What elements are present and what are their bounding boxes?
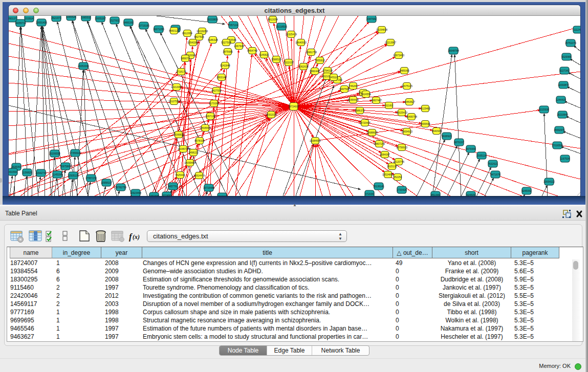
svg-text:14099488: 14099488	[184, 161, 195, 164]
svg-text:3215938: 3215938	[539, 108, 549, 111]
svg-text:1292346: 1292346	[149, 194, 159, 196]
svg-text:20053346: 20053346	[78, 64, 89, 68]
svg-text:10807487: 10807487	[371, 99, 382, 102]
svg-text:10958107: 10958107	[101, 181, 112, 184]
svg-text:20206556: 20206556	[49, 152, 60, 155]
svg-text:62160: 62160	[385, 104, 393, 107]
svg-text:30975867: 30975867	[60, 165, 71, 168]
svg-text:16914479: 16914479	[193, 174, 205, 177]
svg-text:9170061: 9170061	[209, 102, 219, 105]
svg-text:16671355: 16671355	[153, 28, 164, 31]
svg-text:9084067: 9084067	[380, 153, 390, 156]
svg-text:1156829: 1156829	[22, 171, 32, 174]
svg-text:16782759: 16782759	[115, 186, 126, 189]
svg-text:10107553: 10107553	[168, 100, 180, 103]
svg-text:12213367: 12213367	[171, 85, 182, 89]
svg-text:1588520: 1588520	[271, 58, 281, 61]
svg-text:15720407: 15720407	[359, 121, 371, 124]
svg-text:10973493: 10973493	[393, 54, 404, 57]
svg-text:12923468: 12923468	[130, 191, 141, 194]
svg-text:12942737: 12942737	[35, 171, 47, 174]
svg-text:18807249: 18807249	[374, 142, 385, 145]
svg-text:111240: 111240	[574, 28, 580, 31]
svg-text:8186328: 8186328	[208, 38, 218, 41]
svg-text:10756923: 10756923	[396, 146, 407, 149]
svg-text:15692971: 15692971	[554, 128, 565, 132]
svg-text:7632621: 7632621	[488, 162, 498, 165]
svg-text:9245052: 9245052	[521, 189, 532, 192]
svg-text:1065532: 1065532	[81, 16, 91, 19]
svg-text:(x): (x)	[133, 233, 140, 240]
svg-text:13524851: 13524851	[382, 173, 394, 176]
svg-text:9327508: 9327508	[221, 41, 231, 44]
svg-text:072036: 072036	[365, 192, 374, 195]
svg-text:10025433: 10025433	[396, 111, 407, 114]
svg-text:6497508: 6497508	[339, 87, 350, 91]
svg-text:12213967: 12213967	[385, 41, 396, 44]
svg-text:2367608: 2367608	[234, 45, 244, 48]
svg-text:7955812: 7955812	[315, 59, 325, 62]
svg-text:1065526: 1065526	[66, 16, 76, 18]
svg-text:18302015: 18302015	[266, 113, 277, 116]
svg-text:2803144: 2803144	[216, 76, 227, 79]
svg-text:3267130: 3267130	[205, 115, 215, 118]
svg-text:15751074: 15751074	[565, 41, 576, 45]
svg-text:7357224: 7357224	[228, 24, 238, 27]
svg-text:13654923: 13654923	[401, 130, 412, 133]
svg-text:851346: 851346	[431, 193, 440, 196]
svg-text:8471676: 8471676	[490, 173, 500, 176]
svg-text:12505135: 12505135	[68, 174, 79, 177]
svg-text:6879197: 6879197	[454, 141, 464, 144]
svg-text:17359924: 17359924	[70, 151, 81, 155]
svg-text:9827506: 9827506	[194, 35, 204, 38]
svg-text:924505: 924505	[467, 193, 475, 196]
svg-text:8990448: 8990448	[310, 70, 320, 73]
svg-text:746266: 746266	[349, 84, 358, 87]
svg-text:2087682: 2087682	[366, 17, 377, 20]
svg-text:15136141: 15136141	[373, 185, 384, 188]
svg-text:8912954: 8912954	[182, 32, 192, 35]
svg-text:16033809: 16033809	[207, 18, 218, 21]
svg-text:10543362: 10543362	[187, 41, 199, 44]
svg-text:8454749: 8454749	[247, 49, 257, 52]
svg-text:1145194: 1145194	[52, 173, 62, 176]
svg-text:989070: 989070	[181, 57, 190, 60]
svg-text:13535594: 13535594	[200, 126, 211, 129]
svg-text:2718176: 2718176	[176, 70, 186, 73]
svg-text:245110: 245110	[330, 76, 338, 79]
svg-text:10654112: 10654112	[543, 180, 555, 183]
svg-text:1362615: 1362615	[298, 65, 309, 68]
svg-text:16154838: 16154838	[376, 28, 387, 31]
svg-text:8813054: 8813054	[268, 18, 278, 21]
svg-text:6466160: 6466160	[123, 21, 134, 24]
svg-text:10463627: 10463627	[404, 100, 415, 103]
svg-text:3624554: 3624554	[361, 93, 371, 96]
svg-text:932496: 932496	[163, 194, 171, 196]
svg-text:391590: 391590	[9, 170, 17, 173]
svg-text:7485063: 7485063	[399, 69, 409, 72]
svg-text:5322037: 5322037	[284, 61, 294, 64]
svg-text:1527602: 1527602	[110, 19, 120, 22]
svg-text:10655267: 10655267	[95, 17, 106, 20]
svg-text:252254: 252254	[394, 176, 402, 179]
svg-text:13226058: 13226058	[197, 30, 208, 33]
svg-text:6794028: 6794028	[322, 69, 333, 72]
svg-text:9699695: 9699695	[420, 122, 430, 125]
svg-text:18640910: 18640910	[295, 41, 307, 44]
svg-text:7625402: 7625402	[175, 173, 185, 177]
svg-text:1640934: 1640934	[431, 129, 442, 133]
svg-text:10688609: 10688609	[366, 131, 378, 134]
svg-text:10719185: 10719185	[138, 24, 149, 27]
svg-text:18724007: 18724007	[288, 105, 299, 108]
svg-text:20691406: 20691406	[36, 21, 47, 24]
svg-text:1244419: 1244419	[556, 98, 566, 101]
svg-text:14055714: 14055714	[15, 21, 26, 25]
svg-text:2621973: 2621973	[51, 16, 61, 19]
svg-text:16648784: 16648784	[448, 49, 459, 52]
svg-text:154164: 154164	[218, 195, 227, 196]
svg-text:9227342: 9227342	[559, 69, 570, 72]
svg-text:15716485: 15716485	[203, 186, 214, 189]
svg-text:3875685: 3875685	[223, 50, 233, 53]
svg-text:12975115: 12975115	[401, 84, 412, 87]
svg-text:19384554: 19384554	[310, 139, 321, 142]
